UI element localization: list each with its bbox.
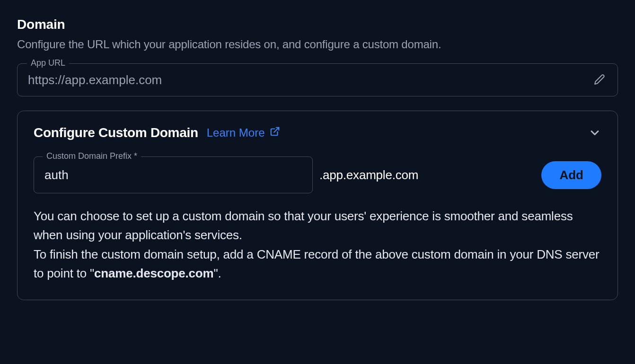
svg-line-0	[274, 128, 279, 132]
section-description: Configure the URL which your application…	[17, 38, 618, 51]
learn-more-link[interactable]: Learn More	[207, 126, 280, 139]
custom-domain-prefix-label: Custom Domain Prefix *	[43, 151, 141, 161]
custom-domain-suffix: .app.example.com	[319, 168, 418, 182]
pencil-icon	[594, 74, 605, 87]
help-line-1: You can choose to set up a custom domain…	[34, 209, 573, 242]
learn-more-label: Learn More	[207, 126, 265, 139]
custom-domain-title: Configure Custom Domain	[34, 125, 198, 140]
custom-domain-prefix-field-container: Custom Domain Prefix *	[34, 156, 313, 193]
custom-domain-help-text: You can choose to set up a custom domain…	[34, 207, 601, 283]
chevron-down-icon	[588, 126, 601, 139]
collapse-toggle[interactable]	[588, 126, 601, 139]
help-cname-value: cname.descope.com	[94, 266, 213, 280]
custom-domain-prefix-input[interactable]	[34, 168, 312, 182]
section-title: Domain	[17, 17, 618, 32]
custom-domain-panel: Configure Custom Domain Learn More Custo…	[17, 111, 618, 300]
app-url-label: App URL	[27, 58, 69, 68]
app-url-field-container: App URL	[17, 63, 618, 96]
app-url-input[interactable]	[28, 73, 592, 87]
add-button[interactable]: Add	[541, 161, 601, 189]
edit-app-url-button[interactable]	[592, 72, 607, 87]
help-line-2-after: ".	[213, 266, 221, 280]
external-link-icon	[270, 126, 280, 139]
